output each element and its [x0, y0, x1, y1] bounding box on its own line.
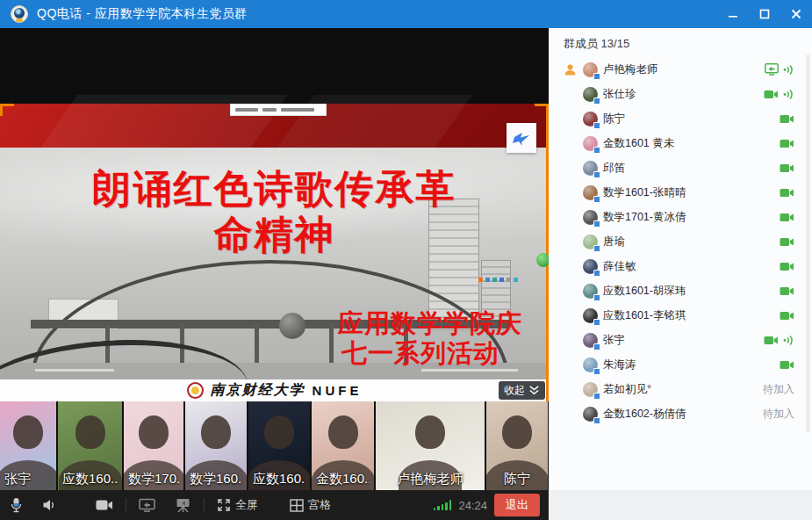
whiteboard-icon: [175, 498, 191, 513]
slide-footer-strip: 南京财经大学 NUFE 收起: [0, 379, 549, 401]
collapse-thumbnails-button[interactable]: 收起: [499, 381, 545, 400]
minimize-button[interactable]: [717, 0, 749, 28]
member-row[interactable]: 金数1602-杨倩倩待加入: [549, 401, 812, 426]
video-thumbnail[interactable]: 数学170...: [124, 401, 183, 490]
member-name: 数学1701-黄冰倩: [603, 210, 686, 225]
video-thumbnail[interactable]: 金数160...: [312, 401, 374, 490]
member-status-icons: [765, 63, 794, 76]
camera-on-icon: [780, 286, 794, 296]
close-button[interactable]: [780, 0, 812, 28]
gate-sphere-sculpture: [279, 313, 305, 339]
member-row[interactable]: 朱海涛: [549, 352, 812, 377]
member-status-pending: 待加入: [763, 382, 794, 397]
video-thumbnail[interactable]: 应数160...: [58, 401, 122, 490]
qq-call-window: QQ电话 - 应用数学学院本科生党员群: [0, 0, 812, 520]
university-name-en: NUFE: [313, 383, 363, 398]
video-stage: 朗诵红色诗歌传承革 命精神 应用数学学院庆 七一系列活动 南京财经大学 NUFE: [0, 28, 549, 520]
member-avatar: [583, 210, 598, 225]
video-thumbnail[interactable]: 卢艳梅老师: [376, 401, 485, 490]
whiteboard-button[interactable]: [165, 490, 201, 520]
device-badge-icon: [593, 343, 600, 350]
title-bar: QQ电话 - 应用数学学院本科生党员群: [0, 0, 812, 28]
shared-screen-slide: 朗诵红色诗歌传承革 命精神 应用数学学院庆 七一系列活动 南京财经大学 NUFE: [0, 104, 549, 401]
camera-on-icon: [780, 311, 794, 321]
floating-ball-icon[interactable]: [536, 253, 549, 267]
speaking-indicator-icon: [783, 89, 794, 100]
device-badge-icon: [593, 294, 600, 301]
camera-button[interactable]: [86, 490, 123, 520]
sidebar-bottom-strip: [549, 490, 812, 520]
device-badge-icon: [593, 319, 600, 326]
thumbnail-name-label: 卢艳梅老师: [380, 471, 480, 488]
member-row[interactable]: 应数1601-胡琛玮: [549, 278, 812, 303]
thumbnail-name-label: 数学170...: [128, 471, 179, 488]
member-row[interactable]: 邱笛: [549, 155, 812, 180]
participant-silhouette: [415, 415, 445, 449]
share-highlight-corner: [0, 104, 14, 116]
member-row[interactable]: 应数1601-李铭琪: [549, 303, 812, 328]
member-avatar: [583, 161, 598, 176]
slide-title: 朗诵红色诗歌传承革 命精神: [0, 167, 549, 258]
device-badge-icon: [593, 417, 600, 424]
maximize-button[interactable]: [749, 0, 780, 28]
stage-letterbox: [0, 28, 549, 104]
member-status-icons: [780, 237, 794, 247]
member-status-pending: 待加入: [763, 407, 794, 422]
member-row[interactable]: 薛佳敏: [549, 254, 812, 278]
video-thumbnail[interactable]: 应数160...: [248, 401, 310, 490]
member-name: 应数1601-李铭琪: [603, 308, 686, 323]
speaker-button[interactable]: [32, 490, 67, 520]
microphone-button[interactable]: [0, 490, 32, 520]
exit-call-button[interactable]: 退出: [494, 494, 540, 516]
member-status-icons: [780, 360, 794, 370]
member-avatar: [583, 382, 598, 397]
member-list: 卢艳梅老师张仕珍陈宁金数1601 黄未邱笛数学1601-张晴晴数学1701-黄冰…: [549, 57, 812, 426]
participant-silhouette: [328, 415, 358, 449]
participant-silhouette: [264, 415, 294, 449]
member-avatar: [583, 358, 598, 372]
member-avatar: [583, 112, 598, 126]
grid-layout-button[interactable]: 宫格: [280, 490, 341, 520]
member-avatar: [583, 259, 598, 274]
member-status-icons: [780, 286, 794, 296]
participant-silhouette: [201, 415, 231, 449]
member-row[interactable]: 陈宁: [549, 106, 812, 131]
member-avatar: [583, 308, 598, 323]
member-row[interactable]: 唐瑜: [549, 229, 812, 254]
camera-on-icon: [780, 213, 794, 222]
camera-on-icon: [780, 360, 794, 370]
member-row[interactable]: 若如初见°待加入: [549, 377, 812, 401]
video-thumbnail[interactable]: 数学160...: [185, 401, 247, 490]
device-badge-icon: [593, 147, 600, 154]
member-name: 朱海涛: [603, 358, 636, 372]
member-status-icons: [764, 335, 794, 346]
group-owner-icon: [564, 63, 577, 76]
video-thumbnail[interactable]: 陈宁: [486, 401, 548, 490]
member-row[interactable]: 数学1701-黄冰倩: [549, 205, 812, 229]
video-thumbnail[interactable]: 张宇: [0, 401, 56, 490]
member-name: 卢艳梅老师: [603, 62, 658, 77]
slide-red-banner: [0, 104, 549, 148]
member-list-header: 群成员 13/15: [549, 28, 812, 57]
member-row[interactable]: 数学1601-张晴晴: [549, 180, 812, 205]
thumbnail-name-label: 金数160...: [316, 471, 370, 488]
device-badge-icon: [593, 122, 600, 129]
member-name: 张宇: [603, 333, 625, 348]
screen-share-icon: [765, 63, 779, 76]
member-row[interactable]: 金数1601 黄未: [549, 131, 812, 155]
participant-silhouette: [139, 415, 169, 449]
member-name: 若如初见°: [603, 382, 651, 397]
share-highlight-border: [546, 104, 549, 401]
camera-on-icon: [780, 237, 794, 247]
sidebar-scrollbar[interactable]: [806, 54, 810, 432]
fullscreen-button[interactable]: 全屏: [207, 490, 268, 520]
member-row[interactable]: 卢艳梅老师: [549, 57, 812, 82]
member-name: 应数1601-胡琛玮: [603, 284, 686, 299]
camera-on-icon: [764, 90, 779, 99]
screen-share-button[interactable]: [129, 490, 165, 520]
member-avatar: [583, 136, 598, 151]
member-row[interactable]: 张宇: [549, 328, 812, 352]
member-avatar: [583, 407, 598, 422]
presentation-assistant-icon[interactable]: [507, 123, 536, 153]
member-row[interactable]: 张仕珍: [549, 82, 812, 106]
